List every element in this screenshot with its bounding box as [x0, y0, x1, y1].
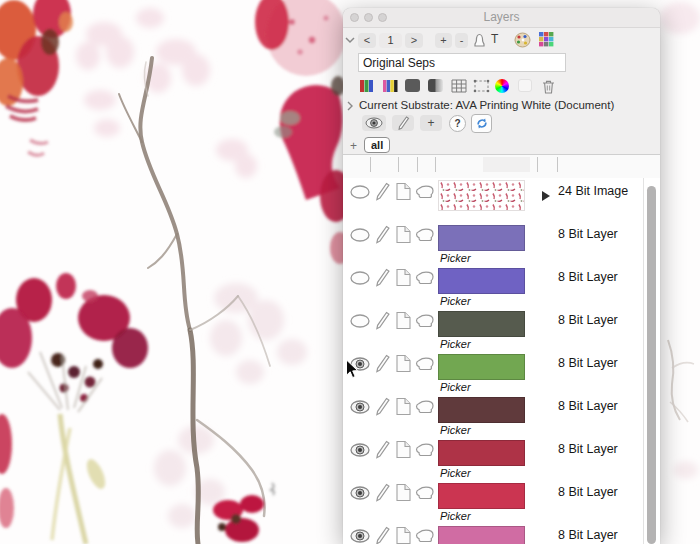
rgb-separations-icon[interactable]: [359, 79, 374, 93]
page-icon[interactable]: [395, 526, 413, 544]
layer-type-label: 8 Bit Layer: [558, 313, 618, 327]
lasso-icon[interactable]: [415, 314, 436, 330]
column-tick: [557, 157, 558, 172]
eye-icon[interactable]: [349, 442, 371, 458]
layer-swatch[interactable]: [438, 225, 525, 251]
add-tag-button[interactable]: +: [350, 139, 357, 153]
help-icon[interactable]: ?: [449, 115, 466, 132]
layer-swatch[interactable]: [438, 526, 525, 544]
pencil-icon[interactable]: [374, 182, 391, 201]
page-icon[interactable]: [395, 268, 413, 287]
eye-icon[interactable]: [349, 485, 371, 501]
lasso-icon[interactable]: [415, 443, 436, 459]
panel-titlebar[interactable]: Layers: [343, 8, 660, 28]
page-icon[interactable]: [395, 354, 413, 373]
minimize-button[interactable]: [364, 13, 373, 22]
lasso-icon[interactable]: [415, 185, 436, 201]
layer-row[interactable]: Picker 8 Bit Layer: [343, 264, 643, 307]
add-button[interactable]: +: [435, 33, 452, 48]
lasso-icon[interactable]: [415, 357, 436, 373]
layer-swatch[interactable]: [438, 311, 525, 337]
shape-tool-icon[interactable]: [471, 32, 488, 49]
page-number-field[interactable]: 1: [379, 33, 402, 48]
separation-name-input[interactable]: [358, 53, 566, 72]
pencil-icon[interactable]: [374, 354, 391, 373]
pencil-icon[interactable]: [374, 526, 391, 544]
eye-icon[interactable]: [349, 184, 371, 200]
substrate-label: Current Substrate: AVA Printing White (D…: [359, 99, 614, 111]
lasso-icon[interactable]: [415, 529, 436, 544]
page-icon[interactable]: [395, 440, 413, 459]
page-icon[interactable]: [395, 397, 413, 416]
text-tool-button[interactable]: T: [491, 32, 498, 46]
next-page-button[interactable]: >: [405, 33, 423, 48]
page-icon[interactable]: [395, 225, 413, 244]
palette-icon[interactable]: [514, 32, 531, 48]
layer-list: 24 Bit Image Picker 8 Bit Layer: [343, 178, 660, 544]
blank-icon[interactable]: [518, 79, 532, 92]
lasso-icon[interactable]: [415, 271, 436, 287]
layer-row[interactable]: Picker 8 Bit Layer: [343, 307, 643, 350]
lasso-icon[interactable]: [415, 228, 436, 244]
layer-swatch[interactable]: [438, 483, 525, 509]
gradient-icon[interactable]: [428, 79, 443, 92]
grid-icon[interactable]: [451, 79, 467, 93]
layer-swatch[interactable]: [438, 440, 525, 466]
layer-swatch[interactable]: [438, 180, 525, 211]
all-tag[interactable]: all: [364, 137, 390, 153]
layer-row[interactable]: Picker 8 Bit Layer: [343, 522, 643, 544]
mosaic-icon[interactable]: [539, 32, 554, 47]
grayscale-icon[interactable]: [405, 79, 420, 92]
add-layer-button[interactable]: +: [420, 115, 442, 131]
eye-icon[interactable]: [349, 270, 371, 286]
prev-page-button[interactable]: <: [358, 33, 376, 48]
lasso-icon[interactable]: [415, 486, 436, 502]
scrollbar-track[interactable]: [643, 178, 660, 544]
layer-row[interactable]: Picker 8 Bit Layer: [343, 350, 643, 393]
expand-arrow[interactable]: [542, 191, 550, 201]
lasso-icon[interactable]: [415, 400, 436, 416]
pencil-icon[interactable]: [374, 397, 391, 416]
eye-icon[interactable]: [349, 399, 371, 415]
zoom-button[interactable]: [378, 13, 387, 22]
pencil-icon[interactable]: [374, 440, 391, 459]
layer-type-label: 8 Bit Layer: [558, 356, 618, 370]
layer-row[interactable]: Picker 8 Bit Layer: [343, 393, 643, 436]
panel-title: Layers: [343, 8, 660, 27]
marquee-icon[interactable]: [473, 79, 490, 93]
sync-icon[interactable]: [471, 114, 492, 133]
picker-label: Picker: [440, 510, 471, 522]
layer-swatch[interactable]: [438, 354, 525, 380]
cmyk-separations-icon[interactable]: [382, 79, 398, 93]
layer-swatch[interactable]: [438, 268, 525, 294]
eye-icon[interactable]: [349, 313, 371, 329]
layer-row[interactable]: Picker 8 Bit Layer: [343, 436, 643, 479]
pencil-icon[interactable]: [374, 268, 391, 287]
page-icon[interactable]: [395, 182, 413, 201]
layer-controls: + ?: [343, 115, 660, 135]
pencil-icon[interactable]: [374, 311, 391, 330]
layer-row[interactable]: Picker 8 Bit Layer: [343, 221, 643, 264]
close-button[interactable]: [350, 13, 359, 22]
picker-label: Picker: [440, 252, 471, 264]
layer-row[interactable]: Picker 8 Bit Layer: [343, 479, 643, 522]
trash-icon[interactable]: [541, 79, 556, 94]
eye-icon: [365, 117, 383, 129]
remove-button[interactable]: -: [455, 33, 468, 48]
pencil-icon[interactable]: [374, 483, 391, 502]
eye-icon[interactable]: [349, 528, 371, 544]
pencil-button[interactable]: [392, 115, 414, 131]
chevron-right-icon[interactable]: [347, 101, 354, 111]
layer-type-label: 8 Bit Layer: [558, 227, 618, 241]
page-icon[interactable]: [395, 483, 413, 502]
pencil-icon[interactable]: [374, 225, 391, 244]
eye-icon[interactable]: [349, 227, 371, 243]
scrollbar-thumb[interactable]: [647, 186, 656, 544]
toolbar: < 1 > + - T: [343, 31, 660, 51]
chevron-down-icon[interactable]: [345, 37, 355, 44]
layer-swatch[interactable]: [438, 397, 525, 423]
page-icon[interactable]: [395, 311, 413, 330]
layer-row[interactable]: 24 Bit Image: [343, 178, 643, 221]
eye-button[interactable]: [362, 115, 386, 131]
color-wheel-icon[interactable]: [495, 79, 509, 93]
